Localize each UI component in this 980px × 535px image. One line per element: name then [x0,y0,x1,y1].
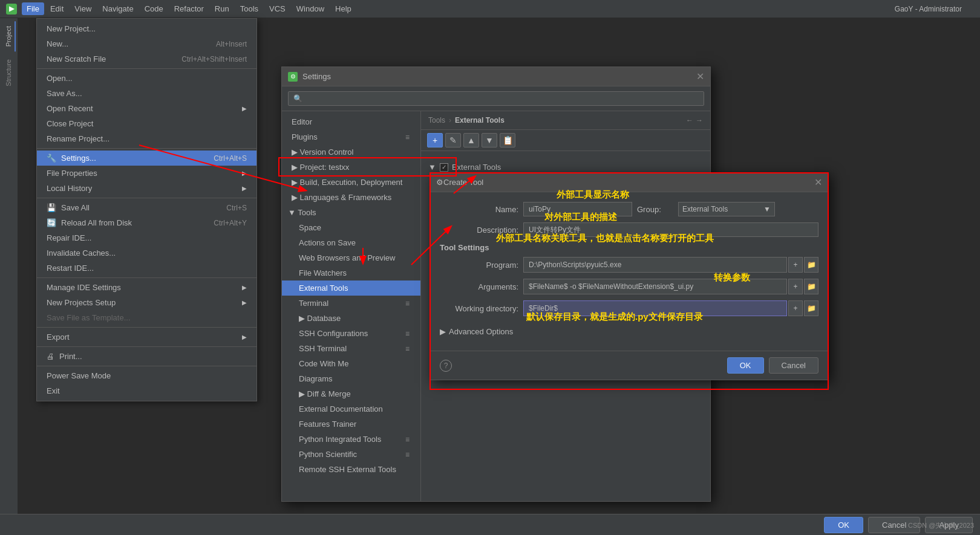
nav-code-with-me[interactable]: Code With Me [282,356,420,371]
menu-refactor[interactable]: Refactor [169,2,209,15]
create-tool-cancel-button[interactable]: Cancel [769,357,818,374]
create-tool-title-text: Create Tool [443,178,483,187]
menu-bar: File Edit View Navigate Code Refactor Ru… [22,2,895,15]
nav-diff-merge[interactable]: ▶ Diff & Merge [282,386,420,401]
program-row: Program: + 📁 [440,257,818,273]
program-input[interactable] [523,257,787,273]
menu-navigate[interactable]: Navigate [97,2,138,15]
menu-vcs[interactable]: VCS [264,2,290,15]
program-folder-btn[interactable]: 📁 [804,257,818,273]
nav-web-browsers[interactable]: Web Browsers and Preview [282,250,420,265]
create-tool-close-button[interactable]: ✕ [814,177,822,188]
copy-tool-button[interactable]: 📋 [500,133,515,148]
nav-version-control[interactable]: ▶ Version Control [282,144,420,160]
sidebar-tab-structure[interactable]: Structure [2,54,16,91]
menu-view[interactable]: View [70,2,96,15]
nav-tools[interactable]: ▼ Tools [282,205,420,220]
nav-features-trainer[interactable]: Features Trainer [282,417,420,432]
nav-ssh-config[interactable]: SSH Configurations≡ [282,326,420,341]
nav-terminal[interactable]: Terminal≡ [282,296,420,311]
external-tools-checkbox[interactable] [440,163,448,172]
menu-file-properties[interactable]: File Properties ▶ [37,166,256,181]
description-input[interactable] [523,222,818,237]
nav-plugins[interactable]: Plugins ≡ [282,129,420,144]
nav-diagrams[interactable]: Diagrams [282,371,420,386]
arguments-input[interactable] [523,279,787,294]
advanced-options-toggle[interactable]: ▶ Advanced Options [440,322,818,341]
menu-tools[interactable]: Tools [235,2,263,15]
nav-remote-ssh[interactable]: Remote SSH External Tools [282,462,420,477]
breadcrumb-forward[interactable]: → [696,116,703,125]
menu-repair-ide[interactable]: Repair IDE... [37,230,256,245]
menu-print[interactable]: 🖨Print... [37,349,256,364]
breadcrumb-back[interactable]: ← [686,116,693,125]
group-label: Group: [637,205,673,214]
move-down-button[interactable]: ▼ [482,133,497,148]
group-select[interactable]: External Tools ▼ [678,202,775,216]
menu-edit[interactable]: Edit [45,2,68,15]
menu-save-as[interactable]: Save As... [37,86,256,101]
menu-open[interactable]: Open... [37,71,256,86]
create-tool-dialog: ⚙ Create Tool ✕ Name: Group: External To… [430,172,829,380]
working-dir-input[interactable] [523,300,787,316]
menu-export[interactable]: Export ▶ [37,329,256,345]
working-dir-add-btn[interactable]: + [788,300,803,316]
settings-search-input[interactable] [288,91,704,106]
menu-window[interactable]: Window [292,2,329,15]
external-tools-label: External Tools [452,163,501,172]
menu-settings[interactable]: 🔧Settings... Ctrl+Alt+S [37,151,256,166]
menu-new-scratch[interactable]: New Scratch File Ctrl+Alt+Shift+Insert [37,51,256,66]
nav-editor[interactable]: Editor [282,114,420,129]
menu-reload-disk[interactable]: 🔄Reload All from Disk Ctrl+Alt+Y [37,215,256,230]
sidebar-tab-project[interactable]: Project [2,21,16,51]
menu-run[interactable]: Run [210,2,234,15]
menu-exit[interactable]: Exit [37,383,256,398]
menu-file[interactable]: File [22,2,44,15]
program-label: Program: [440,261,518,270]
settings-close-button[interactable]: ✕ [696,71,704,82]
settings-nav: Editor Plugins ≡ ▶ Version Control ▶ Pro… [282,111,421,501]
nav-project[interactable]: ▶ Project: testxx [282,160,420,175]
settings-title: Settings [302,72,331,81]
menu-new-projects-setup[interactable]: New Projects Setup ▶ [37,295,256,310]
nav-languages[interactable]: ▶ Languages & Frameworks [282,190,420,205]
menu-power-save[interactable]: Power Save Mode [37,368,256,383]
add-tool-button[interactable]: + [427,133,443,148]
nav-ssh-terminal[interactable]: SSH Terminal≡ [282,341,420,356]
menu-invalidate-caches[interactable]: Invalidate Caches... [37,245,256,261]
create-tool-ok-button[interactable]: OK [727,357,764,374]
menu-help[interactable]: Help [330,2,356,15]
settings-dialog-icon: ⚙ [288,72,298,82]
menu-manage-ide-settings[interactable]: Manage IDE Settings ▶ [37,280,256,295]
working-dir-folder-btn[interactable]: 📁 [804,300,818,316]
menu-close-project[interactable]: Close Project [37,116,256,131]
nav-python-tools[interactable]: Python Integrated Tools≡ [282,432,420,447]
advanced-options-arrow: ▶ [440,327,446,336]
title-bar: ▶ File Edit View Navigate Code Refactor … [0,0,980,18]
help-icon[interactable]: ? [440,360,452,372]
menu-rename-project[interactable]: Rename Project... [37,131,256,146]
menu-save-all[interactable]: 💾Save All Ctrl+S [37,200,256,215]
menu-restart-ide[interactable]: Restart IDE... [37,261,256,276]
nav-space[interactable]: Space [282,220,420,235]
nav-python-scientific[interactable]: Python Scientific≡ [282,447,420,462]
menu-local-history[interactable]: Local History ▶ [37,181,256,196]
edit-tool-button[interactable]: ✎ [445,133,461,148]
move-up-button[interactable]: ▲ [463,133,479,148]
nav-actions-on-save[interactable]: Actions on Save [282,235,420,250]
nav-external-docs[interactable]: External Documentation [282,401,420,417]
nav-database[interactable]: ▶ Database [282,311,420,326]
group-dropdown-icon: ▼ [763,205,771,213]
menu-open-recent[interactable]: Open Recent ▶ [37,101,256,116]
menu-new[interactable]: New... Alt+Insert [37,36,256,51]
menu-code[interactable]: Code [140,2,168,15]
arguments-folder-btn[interactable]: 📁 [804,279,818,294]
bottom-ok-button[interactable]: OK [824,517,863,533]
nav-file-watchers[interactable]: File Watchers [282,265,420,280]
nav-build[interactable]: ▶ Build, Execution, Deployment [282,175,420,190]
nav-external-tools[interactable]: External Tools [282,280,420,296]
arguments-add-btn[interactable]: + [788,279,803,294]
program-add-btn[interactable]: + [788,257,803,273]
name-input[interactable] [523,202,632,216]
menu-new-project[interactable]: New Project... [37,21,256,36]
